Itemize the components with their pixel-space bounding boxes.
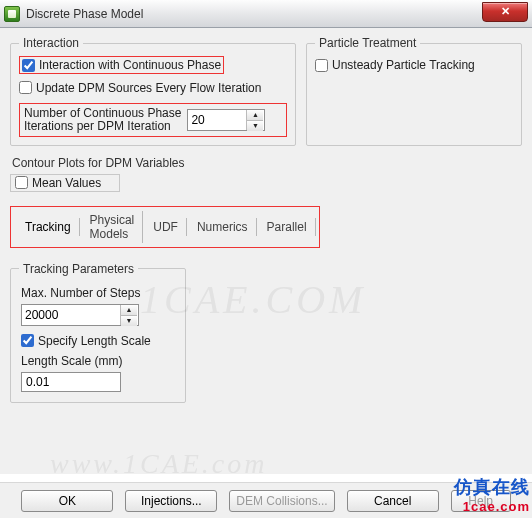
- dpm-iterations-label: Number of Continuous Phase Iterations pe…: [24, 107, 181, 133]
- window-title: Discrete Phase Model: [26, 7, 143, 21]
- length-scale-input[interactable]: [21, 372, 121, 392]
- brand-cn: 仿真在线: [454, 477, 530, 497]
- tab-udf[interactable]: UDF: [145, 218, 187, 236]
- cancel-button[interactable]: Cancel: [347, 490, 439, 512]
- dpm-iterations-row: Number of Continuous Phase Iterations pe…: [19, 103, 287, 137]
- spin-down-icon[interactable]: ▼: [121, 316, 137, 326]
- tracking-parameters-group: Tracking Parameters Max. Number of Steps…: [10, 262, 186, 403]
- app-icon: [4, 6, 20, 22]
- contour-legend: Contour Plots for DPM Variables: [12, 156, 522, 170]
- unsteady-tracking-label: Unsteady Particle Tracking: [332, 58, 475, 72]
- brand-overlay: 仿真在线 1cae.com: [454, 475, 530, 514]
- injections-button[interactable]: Injections...: [125, 490, 217, 512]
- particle-treatment-group: Particle Treatment Unsteady Particle Tra…: [306, 36, 522, 146]
- tab-parallel[interactable]: Parallel: [259, 218, 316, 236]
- watermark-small: www.1CAE.com: [50, 448, 267, 480]
- update-dpm-label: Update DPM Sources Every Flow Iteration: [36, 81, 261, 95]
- tab-numerics[interactable]: Numerics: [189, 218, 257, 236]
- tracking-parameters-legend: Tracking Parameters: [19, 262, 138, 276]
- specify-length-scale-checkbox[interactable]: [21, 334, 34, 347]
- dem-collisions-button[interactable]: DEM Collisions...: [229, 490, 334, 512]
- dpm-iterations-spinner: ▲ ▼: [187, 109, 265, 131]
- interaction-continuous-phase-label: Interaction with Continuous Phase: [39, 58, 221, 72]
- interaction-group: Interaction Interaction with Continuous …: [10, 36, 296, 146]
- particle-treatment-legend: Particle Treatment: [315, 36, 420, 50]
- title-bar: Discrete Phase Model ✕: [0, 0, 532, 28]
- mean-values-label: Mean Values: [32, 176, 101, 190]
- specify-length-scale-label: Specify Length Scale: [38, 334, 151, 348]
- ok-button[interactable]: OK: [21, 490, 113, 512]
- dpm-iterations-input[interactable]: [188, 110, 246, 130]
- mean-values-checkbox[interactable]: [15, 176, 28, 189]
- spin-up-icon[interactable]: ▲: [121, 305, 137, 316]
- max-steps-label: Max. Number of Steps: [21, 286, 175, 300]
- max-steps-spinner: ▲ ▼: [21, 304, 139, 326]
- brand-en: 1cae.com: [454, 499, 530, 514]
- interaction-continuous-phase-row: Interaction with Continuous Phase: [19, 56, 224, 74]
- tab-bar: Tracking Physical Models UDF Numerics Pa…: [10, 206, 320, 248]
- interaction-legend: Interaction: [19, 36, 83, 50]
- unsteady-tracking-row: Unsteady Particle Tracking: [315, 56, 513, 74]
- dialog-body: Interaction Interaction with Continuous …: [0, 28, 532, 474]
- button-bar: OK Injections... DEM Collisions... Cance…: [0, 482, 532, 518]
- spin-down-icon[interactable]: ▼: [247, 121, 263, 131]
- max-steps-input[interactable]: [22, 305, 120, 325]
- update-dpm-row: Update DPM Sources Every Flow Iteration: [19, 79, 287, 97]
- tab-tracking[interactable]: Tracking: [17, 218, 80, 236]
- length-scale-label: Length Scale (mm): [21, 354, 175, 368]
- unsteady-tracking-checkbox[interactable]: [315, 59, 328, 72]
- close-button[interactable]: ✕: [482, 2, 528, 22]
- spin-up-icon[interactable]: ▲: [247, 110, 263, 121]
- update-dpm-checkbox[interactable]: [19, 81, 32, 94]
- tab-physical-models[interactable]: Physical Models: [82, 211, 144, 243]
- mean-values-row: Mean Values: [10, 174, 120, 192]
- interaction-continuous-phase-checkbox[interactable]: [22, 59, 35, 72]
